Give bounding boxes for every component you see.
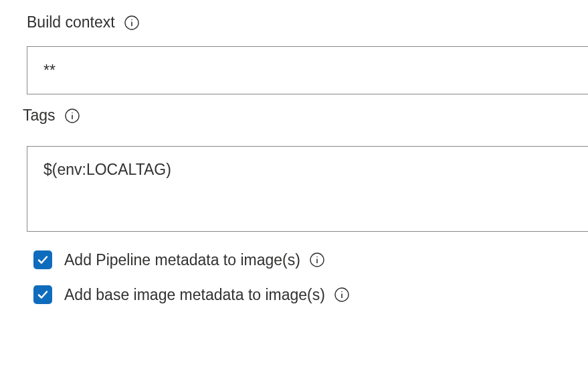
build-context-label-row: Build context [27,13,588,31]
info-icon[interactable] [124,15,139,30]
tags-input[interactable] [27,146,588,232]
tags-label-row: Tags [23,106,588,125]
tags-field: Tags [27,106,588,234]
svg-point-1 [131,19,132,20]
info-icon[interactable] [310,252,324,267]
base-image-metadata-label: Add base image metadata to image(s) [64,286,325,304]
build-context-field: Build context [27,13,588,94]
pipeline-metadata-checkbox[interactable] [33,250,52,269]
svg-point-7 [316,257,318,258]
svg-point-10 [341,291,342,293]
pipeline-metadata-row: Add Pipeline metadata to image(s) [33,250,588,269]
build-context-label: Build context [27,13,115,31]
base-image-metadata-checkbox[interactable] [33,285,52,304]
tags-label: Tags [23,106,56,125]
pipeline-metadata-label: Add Pipeline metadata to image(s) [64,251,300,269]
info-icon[interactable] [334,287,349,302]
base-image-metadata-row: Add base image metadata to image(s) [33,285,588,304]
svg-point-4 [72,112,73,113]
info-icon[interactable] [65,108,80,123]
build-context-input[interactable] [27,46,588,94]
